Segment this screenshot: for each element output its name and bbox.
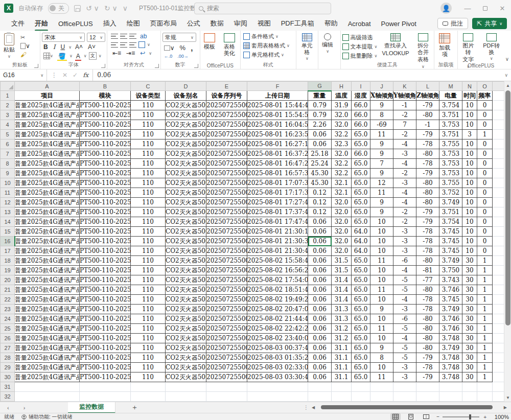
cell[interactable] [439,392,462,402]
cell[interactable] [352,392,370,402]
row-header-3[interactable]: 3 [1,110,15,120]
cell[interactable]: CO2灭火器5001 [166,227,206,237]
comments-button[interactable]: 批注 [437,18,468,29]
cell[interactable]: 32.0 [332,227,352,237]
cell[interactable]: 202507255001 [206,343,247,353]
increase-indent-icon[interactable]: ⇥≡ [125,50,136,57]
cell[interactable]: 0.12 [308,188,332,198]
cell[interactable]: PT500-110-2025版 [80,314,131,324]
menu-tab-帮助[interactable]: 帮助 [319,17,343,30]
cell[interactable]: 10 [370,363,393,372]
cell[interactable]: 普量2025款4G通讯产品 [15,198,80,207]
cell[interactable]: 2025-08-02 16:56:27 [247,266,308,275]
row-header-7[interactable]: 7 [1,149,15,159]
cell[interactable]: 65.0 [352,159,370,169]
cell[interactable]: 202507255001 [206,217,247,227]
cell[interactable]: -6 [393,314,416,324]
cell[interactable]: 普量2025款4G通讯产品 [15,324,80,334]
cell[interactable]: 30 [462,275,477,285]
collapse-ribbon-icon[interactable]: ∨ [505,56,509,62]
cell[interactable]: 0 [477,159,493,169]
cell[interactable]: 普量2025款4G通讯产品 [15,178,80,188]
cell[interactable]: PT500-110-2025版 [80,334,131,343]
cell[interactable]: 普量2025款4G通讯产品 [15,314,80,324]
cell[interactable]: -4 [393,198,416,207]
menu-tab-OfficePLUS[interactable]: OfficePLUS [53,18,98,30]
cell[interactable]: 2025-08-03 03:30:46 [247,372,308,382]
row-header-30[interactable]: 30 [1,372,15,382]
cell[interactable]: CO2灭火器5001 [166,314,206,324]
cell[interactable]: 2025-08-02 17:54:07 [247,275,308,285]
cell[interactable]: 30 [462,363,477,372]
cell[interactable]: 8 [370,110,393,120]
cell[interactable]: CO2灭火器5001 [166,343,206,353]
cell[interactable] [493,275,504,285]
cell[interactable]: 110 [131,207,166,217]
select-all-corner[interactable] [1,82,15,91]
column-header-F[interactable]: F [247,82,308,91]
cell[interactable]: 110 [131,266,166,275]
row-header-23[interactable]: 23 [1,305,15,314]
row-header-32[interactable]: 32 [1,392,15,402]
cell[interactable]: 0.06 [308,305,332,314]
cell[interactable]: 10 [370,295,393,305]
cell[interactable]: -69 [370,120,393,130]
cell[interactable]: 31.2 [332,334,352,343]
cell[interactable] [477,392,493,402]
cell[interactable] [15,392,80,402]
cell[interactable]: 9 [370,305,393,314]
cell[interactable]: PT500-110-2025版 [80,139,131,149]
cell[interactable]: 110 [131,139,166,149]
cell[interactable]: 模块 [80,91,131,101]
cell[interactable]: 202507255001 [206,353,247,363]
next-sheet-icon[interactable]: › [16,405,33,411]
cell[interactable]: 2025-08-01 15:44:46 [247,101,308,110]
column-header-M[interactable]: M [439,82,462,91]
cell[interactable]: 0.06 [308,334,332,343]
cell[interactable]: -3 [393,246,416,256]
cell[interactable]: 10 [370,275,393,285]
cell[interactable]: CO2灭火器5001 [166,295,206,305]
cell[interactable]: 1 [477,256,493,266]
cell[interactable]: 10 [462,198,477,207]
cell[interactable]: CO2灭火器5001 [166,363,206,372]
cell[interactable]: 25.24 [308,159,332,169]
cell[interactable]: PT500-110-2025版 [80,227,131,237]
cancel-entry-icon[interactable]: ✕ [62,72,67,79]
cell[interactable]: 0.06 [308,227,332,237]
cell[interactable] [131,392,166,402]
cell[interactable]: 110 [131,169,166,178]
cell[interactable]: 湿度 [352,91,370,101]
cell[interactable]: 202507255001 [206,188,247,198]
phonetic-icon[interactable]: 文 [89,52,97,60]
cell[interactable]: 32.0 [332,207,352,217]
cell[interactable]: 32.0 [332,110,352,120]
cell[interactable]: CO2灭火器5001 [166,256,206,266]
cell[interactable]: 2025-08-01 16:27:18 [247,139,308,149]
cell[interactable]: CO2灭火器5001 [166,334,206,343]
cell[interactable] [493,295,504,305]
vertical-scrollbar[interactable]: ▲ ▼ [504,81,511,402]
cell[interactable]: -3 [393,149,416,159]
cell[interactable]: PT500-110-2025版 [80,372,131,382]
cell[interactable]: 3.752 [439,188,462,198]
cell[interactable]: 普量2025款4G通讯产品 [15,266,80,275]
scroll-right-icon[interactable]: ▶ [504,405,507,410]
cell[interactable]: 普量2025款4G通讯产品 [15,217,80,227]
cell[interactable] [493,91,504,101]
cell[interactable] [493,285,504,295]
cell[interactable]: 10 [462,227,477,237]
cell[interactable]: 45.30 [308,178,332,188]
row-header-25[interactable]: 25 [1,324,15,334]
cell[interactable]: -81 [416,266,439,275]
cell[interactable]: 3.751 [439,130,462,139]
row-header-20[interactable]: 20 [1,275,15,285]
cell[interactable]: 2025-08-01 21:30:49 [247,246,308,256]
cell[interactable]: 32.0 [332,217,352,227]
cell[interactable] [80,382,131,392]
cell[interactable]: 202507255001 [206,295,247,305]
cell[interactable]: 0 [477,207,493,217]
cell[interactable]: 65.0 [352,334,370,343]
cell[interactable]: 1 [477,285,493,295]
menu-tab-Power Pivot[interactable]: Power Pivot [376,18,422,30]
